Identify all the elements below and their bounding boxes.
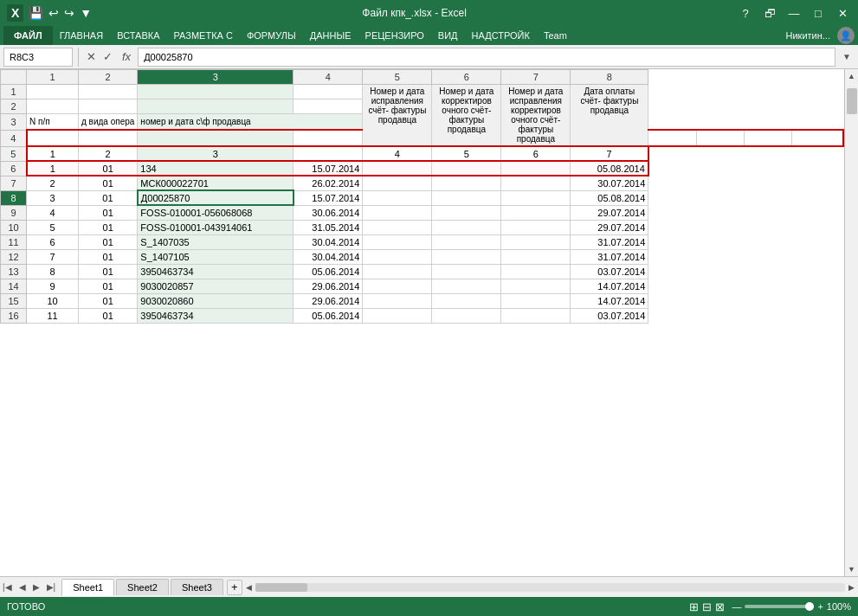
- cell-5-3[interactable]: 3: [138, 146, 294, 161]
- help-button[interactable]: ?: [737, 7, 754, 20]
- sheet-tab-3[interactable]: Sheet3: [171, 579, 223, 595]
- tab-next-btn[interactable]: ▶: [30, 582, 42, 592]
- undo-icon[interactable]: ↩: [48, 6, 59, 20]
- cell-5-4[interactable]: [294, 146, 363, 161]
- cell-7-3[interactable]: МСК000022701: [138, 176, 294, 190]
- cell-11-1[interactable]: 6: [27, 234, 79, 249]
- cell-11-7[interactable]: [501, 234, 571, 249]
- cell-5-7[interactable]: 6: [501, 146, 571, 161]
- scroll-thumb[interactable]: [847, 88, 857, 114]
- menu-team[interactable]: Team: [537, 26, 574, 45]
- menu-review[interactable]: РЕЦЕНЗИРО: [358, 26, 431, 45]
- h-scroll-right-arrow[interactable]: ▶: [848, 583, 855, 592]
- cell-15-6[interactable]: [432, 293, 501, 308]
- cell-9-7[interactable]: [501, 205, 571, 220]
- cell-7-6[interactable]: [432, 176, 501, 190]
- cell-9-4[interactable]: 30.06.2014: [294, 205, 363, 220]
- cell-10-8[interactable]: 29.07.2014: [571, 220, 648, 234]
- cell-8-8[interactable]: 05.08.2014: [571, 190, 648, 205]
- menu-user[interactable]: Никитин...: [779, 29, 837, 42]
- cell-10-6[interactable]: [432, 220, 501, 234]
- cell-5-5[interactable]: 4: [363, 146, 432, 161]
- cell-3-1[interactable]: N п/п: [27, 114, 79, 131]
- cell-15-2[interactable]: 01: [79, 293, 138, 308]
- cell-9-1[interactable]: 4: [27, 205, 79, 220]
- cell-12-6[interactable]: [432, 249, 501, 264]
- cell-13-5[interactable]: [363, 264, 432, 279]
- cell-8-2[interactable]: 01: [79, 190, 138, 205]
- col-header-4[interactable]: 4: [294, 70, 363, 85]
- cell-9-2[interactable]: 01: [79, 205, 138, 220]
- cell-10-2[interactable]: 01: [79, 220, 138, 234]
- maximize-button[interactable]: □: [810, 7, 827, 20]
- minimize-button[interactable]: —: [785, 7, 803, 20]
- restore-button[interactable]: 🗗: [761, 7, 778, 20]
- cell-12-5[interactable]: [363, 249, 432, 264]
- cell-7-5[interactable]: [363, 176, 432, 190]
- h-scroll-track[interactable]: [255, 583, 845, 592]
- cell-6-7[interactable]: [501, 161, 571, 176]
- cell-16-4[interactable]: 05.06.2014: [294, 308, 363, 323]
- h-scroll-thumb[interactable]: [255, 583, 307, 592]
- tab-prev-btn[interactable]: ◀: [16, 582, 29, 592]
- cell-3-3[interactable]: номер и дата с\ф продавца: [138, 114, 363, 131]
- cell-14-5[interactable]: [363, 279, 432, 293]
- cell-8-5[interactable]: [363, 190, 432, 205]
- cell-9-5[interactable]: [363, 205, 432, 220]
- cell-9-8[interactable]: 29.07.2014: [571, 205, 648, 220]
- customize-icon[interactable]: ▼: [80, 6, 92, 20]
- cell-13-2[interactable]: 01: [79, 264, 138, 279]
- cell-2-2[interactable]: [79, 99, 138, 114]
- sheet-tab-2[interactable]: Sheet2: [116, 579, 169, 595]
- cell-14-8[interactable]: 14.07.2014: [571, 279, 648, 293]
- col-header-3[interactable]: 3: [138, 70, 294, 85]
- cell-15-3[interactable]: 9030020860: [138, 293, 294, 308]
- cell-12-4[interactable]: 30.04.2014: [294, 249, 363, 264]
- cell-6-5[interactable]: [363, 161, 432, 176]
- cell-10-7[interactable]: [501, 220, 571, 234]
- menu-home[interactable]: ГЛАВНАЯ: [53, 26, 110, 45]
- cell-13-4[interactable]: 05.06.2014: [294, 264, 363, 279]
- cell-8-6[interactable]: [432, 190, 501, 205]
- cell-1-3[interactable]: [138, 85, 294, 99]
- redo-icon[interactable]: ↪: [64, 6, 74, 20]
- zoom-out-btn[interactable]: —: [732, 601, 741, 612]
- menu-insert[interactable]: ВСТАВКА: [110, 26, 166, 45]
- cell-16-6[interactable]: [432, 308, 501, 323]
- cell-15-4[interactable]: 29.06.2014: [294, 293, 363, 308]
- cell-14-4[interactable]: 29.06.2014: [294, 279, 363, 293]
- normal-view-btn[interactable]: ⊞: [689, 600, 699, 613]
- cell-11-4[interactable]: 30.04.2014: [294, 234, 363, 249]
- h-scroll-left-arrow[interactable]: ◀: [246, 583, 252, 592]
- cell-14-2[interactable]: 01: [79, 279, 138, 293]
- cell-15-7[interactable]: [501, 293, 571, 308]
- tab-last-btn[interactable]: ▶|: [44, 582, 59, 592]
- cell-1-8[interactable]: Дата оплаты счёт- фактуры продавца: [571, 85, 648, 147]
- tab-first-btn[interactable]: |◀: [0, 582, 15, 592]
- cell-2-4[interactable]: [294, 99, 363, 114]
- menu-formulas[interactable]: ФОРМУЛЫ: [240, 26, 303, 45]
- cell-11-2[interactable]: 01: [79, 234, 138, 249]
- cell-2-1[interactable]: [27, 99, 79, 114]
- cell-15-5[interactable]: [363, 293, 432, 308]
- cell-11-8[interactable]: 31.07.2014: [571, 234, 648, 249]
- page-break-view-btn[interactable]: ⊠: [715, 600, 725, 613]
- col-header-7[interactable]: 7: [501, 70, 571, 85]
- cell-7-7[interactable]: [501, 176, 571, 190]
- cell-1-4[interactable]: [294, 85, 363, 99]
- cell-6-8[interactable]: 05.08.2014: [571, 161, 648, 176]
- cell-1-7[interactable]: Номер и дата исправления корректиров очн…: [501, 85, 571, 147]
- cell-14-1[interactable]: 9: [27, 279, 79, 293]
- menu-page-layout[interactable]: РАЗМЕТКА С: [166, 26, 239, 45]
- cell-7-1[interactable]: 2: [27, 176, 79, 190]
- cell-11-6[interactable]: [432, 234, 501, 249]
- cell-13-8[interactable]: 03.07.2014: [571, 264, 648, 279]
- cell-6-2[interactable]: 01: [79, 161, 138, 176]
- vertical-scrollbar[interactable]: ▲ ▼: [844, 69, 858, 576]
- save-icon[interactable]: 💾: [29, 6, 43, 20]
- cell-8-7[interactable]: [501, 190, 571, 205]
- cell-12-3[interactable]: S_1407105: [138, 249, 294, 264]
- cell-6-1[interactable]: 1: [27, 161, 79, 176]
- formula-cancel-btn[interactable]: ✕: [84, 50, 99, 63]
- cell-10-1[interactable]: 5: [27, 220, 79, 234]
